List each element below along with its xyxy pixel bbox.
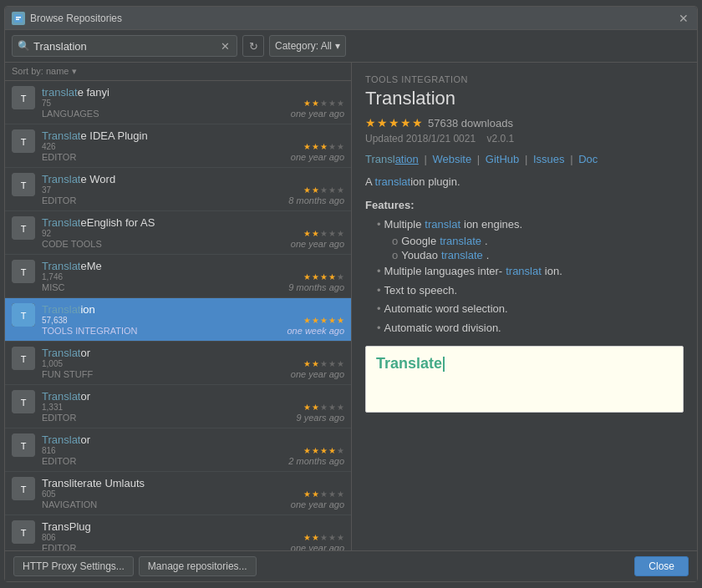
svg-rect-1 [16, 17, 21, 18]
close-dialog-button[interactable]: Close [634, 556, 689, 576]
manage-repositories-button[interactable]: Manage repositories... [139, 556, 257, 576]
plugin-name: Translation [42, 303, 95, 316]
plugin-item[interactable]: TTranslate IDEA Plugin426★★★★★EDITORone … [5, 124, 351, 168]
feature-item-3: Text to speech. [377, 282, 684, 299]
search-box: 🔍 ✕ [12, 35, 237, 57]
plugin-category: NAVIGATION [42, 499, 97, 509]
plugin-age: 9 months ago [288, 282, 344, 292]
svg-text:T: T [21, 484, 27, 494]
plugin-item[interactable]: TTranslator1,331★★★★★EDITOR9 years ago [5, 385, 351, 428]
detail-description: A translation plugin. [365, 174, 684, 190]
clear-search-button[interactable]: ✕ [219, 40, 231, 53]
plugin-item[interactable]: TTranslateEnglish for AS92★★★★★CODE TOOL… [5, 211, 351, 255]
title-close-button[interactable]: ✕ [677, 12, 690, 25]
plugin-item[interactable]: TTranslateMe1,746★★★★★MISC9 months ago [5, 255, 351, 298]
search-icon: 🔍 [18, 40, 30, 52]
plugin-icon: T [12, 173, 35, 196]
plugin-item[interactable]: TTranslation57,638★★★★★TOOLS INTEGRATION… [5, 298, 351, 342]
feature-item-5: Automatic word division. [377, 320, 684, 337]
plugin-category: TOOLS INTEGRATION [42, 326, 138, 336]
detail-updated: Updated 2018/1/21 0021 [365, 133, 476, 144]
detail-stars-row: ★ ★ ★ ★ ★ 57638 downloads [365, 116, 684, 129]
content-area: Sort by: name ▾ Ttranslate fanyi75★★★★★L… [5, 63, 697, 550]
plugin-name: Translate IDEA Plugin [42, 129, 148, 142]
plugin-category: MISC [42, 282, 65, 292]
bottom-left-buttons: HTTP Proxy Settings... Manage repositori… [13, 556, 257, 576]
plugin-name: Translator [42, 347, 90, 359]
plugin-category: EDITOR [42, 456, 76, 466]
plugin-age: one year ago [291, 369, 344, 379]
svg-text:T: T [21, 528, 27, 538]
plugin-icon: T [12, 260, 35, 283]
dialog-title: Browse Repositories [30, 13, 122, 24]
svg-text:T: T [21, 398, 27, 408]
plugin-icon: T [12, 216, 35, 240]
plugin-age: one year ago [291, 543, 344, 550]
plugin-icon: T [12, 347, 35, 370]
plugin-category: CODE TOOLS [42, 239, 102, 249]
plugin-age: one year ago [291, 152, 344, 162]
svg-text:T: T [21, 224, 27, 234]
translation-highlight-1: translat [375, 175, 411, 188]
list-header: Sort by: name ▾ [5, 63, 351, 81]
plugin-age: 2 months ago [288, 456, 344, 466]
feature-item-2: Multiple languages inter-translation. [377, 263, 684, 280]
issues-link[interactable]: Issues [533, 153, 565, 165]
chevron-down-icon: ▾ [335, 40, 340, 52]
http-proxy-button[interactable]: HTTP Proxy Settings... [13, 556, 134, 576]
sub-feature-item-1: Google translate. [392, 235, 684, 247]
bottom-bar: HTTP Proxy Settings... Manage repositori… [5, 550, 697, 581]
refresh-button[interactable]: ↻ [242, 35, 264, 57]
plugin-icon: T [12, 86, 35, 109]
website-link[interactable]: Website [432, 153, 471, 165]
plugin-icon: T [12, 129, 35, 153]
browse-repositories-dialog: Browse Repositories ✕ 🔍 ✕ ↻ Category: Al… [4, 6, 698, 582]
plugin-name: TranslateEnglish for AS [42, 216, 155, 229]
svg-text:T: T [21, 137, 27, 147]
detail-downloads: 57638 downloads [428, 117, 513, 129]
dialog-icon [12, 12, 25, 25]
plugin-item[interactable]: TTranslator816★★★★★EDITOR2 months ago [5, 428, 351, 472]
plugin-item[interactable]: TTranslator1,005★★★★★FUN STUFFone year a… [5, 342, 351, 385]
svg-rect-0 [14, 14, 23, 23]
refresh-icon: ↻ [249, 40, 258, 53]
plugin-item[interactable]: TTransPlug806★★★★★EDITORone year ago [5, 515, 351, 550]
plugin-category: EDITOR [42, 152, 76, 162]
translation-link[interactable]: Translation [365, 153, 419, 165]
doc-link[interactable]: Doc [578, 153, 598, 165]
svg-rect-2 [16, 18, 19, 20]
plugin-age: one week ago [287, 326, 345, 336]
detail-stars: ★ ★ ★ ★ ★ [365, 116, 423, 129]
github-link[interactable]: GitHub [486, 153, 519, 165]
plugin-icon: T [12, 433, 35, 457]
plugin-name: Transliterate Umlauts [42, 477, 145, 489]
search-input[interactable] [33, 40, 219, 53]
detail-links: Translation | Website | GitHub | Issues … [365, 153, 684, 165]
plugin-detail: TOOLS INTEGRATION Translation ★ ★ ★ ★ ★ … [352, 63, 697, 550]
plugin-icon: T [12, 390, 35, 413]
plugin-icon: T [12, 520, 35, 544]
detail-meta: Updated 2018/1/21 0021 v2.0.1 [365, 133, 684, 144]
plugin-item[interactable]: Ttranslate fanyi75★★★★★LANGUAGESone year… [5, 81, 351, 124]
category-dropdown[interactable]: Category: All ▾ [269, 35, 346, 57]
detail-version: v2.0.1 [486, 133, 514, 144]
plugin-age: one year ago [291, 239, 344, 249]
text-cursor [443, 357, 445, 372]
svg-text:T: T [21, 94, 27, 104]
plugin-age: one year ago [291, 499, 344, 509]
plugin-name: TranslateMe [42, 260, 102, 272]
svg-text:T: T [21, 311, 27, 321]
feature-item-4: Automatic word selection. [377, 301, 684, 317]
svg-text:T: T [21, 180, 27, 190]
plugin-category: EDITOR [42, 195, 76, 205]
sort-label[interactable]: Sort by: name ▾ [12, 66, 77, 76]
plugin-age: one year ago [291, 109, 344, 119]
plugin-item[interactable]: TTransliterate Umlauts605★★★★★NAVIGATION… [5, 472, 351, 515]
svg-text:T: T [21, 354, 27, 364]
preview-box: Translate [365, 346, 684, 413]
plugin-icon: T [12, 477, 35, 500]
detail-title: Translation [365, 88, 684, 109]
plugin-name: Translator [42, 390, 90, 403]
plugin-item[interactable]: TTranslate Word37★★★★★EDITOR8 months ago [5, 168, 351, 211]
plugin-list: Sort by: name ▾ Ttranslate fanyi75★★★★★L… [5, 63, 352, 550]
